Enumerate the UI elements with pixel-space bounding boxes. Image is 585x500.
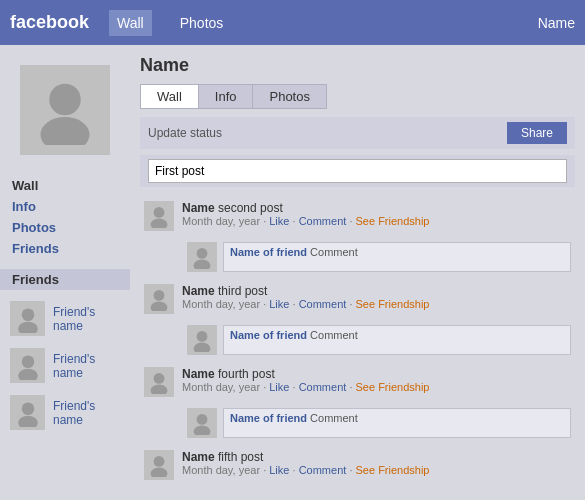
share-button[interactable]: Share <box>507 122 567 144</box>
post-comment-2[interactable]: Comment <box>299 298 347 310</box>
svg-point-13 <box>151 301 168 311</box>
right-content: Name Wall Info Photos Update status Shar… <box>130 45 585 500</box>
post-comment-4[interactable]: Comment <box>299 464 347 476</box>
friend-item-1: Friend's name <box>0 295 130 342</box>
nav-profile-name[interactable]: Name <box>538 15 575 31</box>
svg-point-2 <box>21 308 34 321</box>
profile-photo-area <box>0 55 130 165</box>
comment-avatar-1 <box>187 242 217 272</box>
post-avatar-3 <box>144 367 174 397</box>
sidebar-nav: Wall Info Photos Friends <box>0 175 130 259</box>
profile-name: Name <box>140 55 575 76</box>
sidebar-item-info[interactable]: Info <box>0 196 130 217</box>
post-avatar-1 <box>144 201 174 231</box>
sidebar-item-friends[interactable]: Friends <box>0 238 130 259</box>
comment-name-3[interactable]: Name of friend <box>230 412 307 424</box>
main-container: Wall Info Photos Friends Friends Friend'… <box>0 45 585 500</box>
comment-box-2: Name of friend Comment <box>223 325 571 355</box>
svg-point-21 <box>151 467 168 477</box>
post-see-friendship-1[interactable]: See Friendship <box>356 215 430 227</box>
post-item-4: Name fifth post Month day, year · Like ·… <box>140 444 575 486</box>
comment-row-3: Name of friend Comment <box>140 405 575 444</box>
svg-point-15 <box>194 342 211 352</box>
post-like-2[interactable]: Like <box>269 298 289 310</box>
post-item-2: Name third post Month day, year · Like ·… <box>140 278 575 320</box>
post-see-friendship-3[interactable]: See Friendship <box>356 381 430 393</box>
post-meta-4: Month day, year · Like · Comment · See F… <box>182 464 571 476</box>
svg-point-14 <box>197 331 208 342</box>
svg-point-18 <box>197 414 208 425</box>
update-status-label: Update status <box>148 126 222 140</box>
nav-photos[interactable]: Photos <box>172 10 232 36</box>
comment-text-2: Comment <box>307 329 358 341</box>
post-name-1[interactable]: Name <box>182 201 215 215</box>
post-content-1: Name second post Month day, year · Like … <box>182 201 571 231</box>
friends-section-title: Friends <box>0 269 130 290</box>
svg-point-17 <box>151 384 168 394</box>
post-see-friendship-4[interactable]: See Friendship <box>356 464 430 476</box>
post-item-3: Name fourth post Month day, year · Like … <box>140 361 575 403</box>
post-name-3[interactable]: Name <box>182 367 215 381</box>
post-like-4[interactable]: Like <box>269 464 289 476</box>
top-nav: facebook Wall Photos Name <box>0 0 585 45</box>
nav-wall[interactable]: Wall <box>109 10 152 36</box>
svg-point-12 <box>154 290 165 301</box>
post-content-4: Name fifth post Month day, year · Like ·… <box>182 450 571 480</box>
update-status-bar: Update status Share <box>140 117 575 149</box>
svg-point-4 <box>21 355 34 368</box>
tab-info[interactable]: Info <box>199 85 254 108</box>
comment-text-3: Comment <box>307 412 358 424</box>
post-avatar-2 <box>144 284 174 314</box>
comment-name-1[interactable]: Name of friend <box>230 246 307 258</box>
friend-avatar-3 <box>10 395 45 430</box>
post-see-friendship-2[interactable]: See Friendship <box>356 298 430 310</box>
post-text-1: second post <box>215 201 283 215</box>
tab-wall[interactable]: Wall <box>141 85 199 108</box>
svg-point-19 <box>194 425 211 435</box>
svg-point-16 <box>154 373 165 384</box>
post-name-4[interactable]: Name <box>182 450 215 464</box>
post-comment-1[interactable]: Comment <box>299 215 347 227</box>
profile-avatar <box>20 65 110 155</box>
svg-point-6 <box>21 402 34 415</box>
post-name-2[interactable]: Name <box>182 284 215 298</box>
post-meta-1: Month day, year · Like · Comment · See F… <box>182 215 571 227</box>
post-content-2: Name third post Month day, year · Like ·… <box>182 284 571 314</box>
friend-name-3[interactable]: Friend's name <box>53 399 120 427</box>
post-like-3[interactable]: Like <box>269 381 289 393</box>
comment-avatar-3 <box>187 408 217 438</box>
svg-point-3 <box>18 321 38 332</box>
post-text-4: fifth post <box>215 450 264 464</box>
post-text-3: fourth post <box>215 367 275 381</box>
svg-point-7 <box>18 415 38 426</box>
comment-row-1: Name of friend Comment <box>140 239 575 278</box>
svg-point-11 <box>194 259 211 269</box>
brand-logo[interactable]: facebook <box>10 12 89 33</box>
status-input[interactable] <box>148 159 567 183</box>
post-meta-2: Month day, year · Like · Comment · See F… <box>182 298 571 310</box>
post-like-1[interactable]: Like <box>269 215 289 227</box>
nav-links: Wall Photos <box>109 10 538 36</box>
sidebar-item-photos[interactable]: Photos <box>0 217 130 238</box>
friend-name-2[interactable]: Friend's name <box>53 352 120 380</box>
sidebar-item-wall[interactable]: Wall <box>0 175 130 196</box>
svg-point-8 <box>154 207 165 218</box>
friend-item-3: Friend's name <box>0 389 130 436</box>
comment-avatar-2 <box>187 325 217 355</box>
left-sidebar: Wall Info Photos Friends Friends Friend'… <box>0 45 130 500</box>
status-input-row <box>140 155 575 187</box>
friend-avatar-1 <box>10 301 45 336</box>
svg-point-9 <box>151 218 168 228</box>
post-content-3: Name fourth post Month day, year · Like … <box>182 367 571 397</box>
comment-name-2[interactable]: Name of friend <box>230 329 307 341</box>
post-text-2: third post <box>215 284 268 298</box>
post-comment-3[interactable]: Comment <box>299 381 347 393</box>
svg-point-5 <box>18 368 38 379</box>
post-item-1: Name second post Month day, year · Like … <box>140 195 575 237</box>
profile-tabs: Wall Info Photos <box>140 84 327 109</box>
friend-name-1[interactable]: Friend's name <box>53 305 120 333</box>
svg-point-20 <box>154 456 165 467</box>
post-meta-3: Month day, year · Like · Comment · See F… <box>182 381 571 393</box>
comment-box-1: Name of friend Comment <box>223 242 571 272</box>
tab-photos[interactable]: Photos <box>253 85 325 108</box>
